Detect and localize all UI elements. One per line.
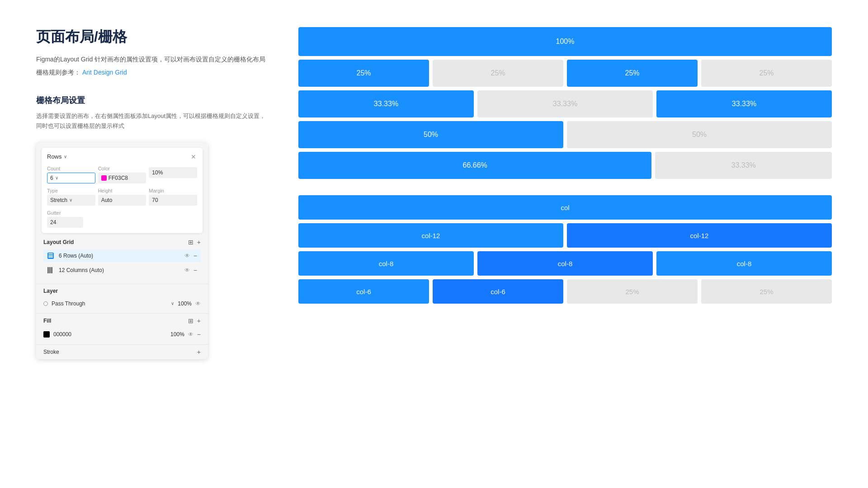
col-cell-8-2: col-8 [477, 251, 653, 276]
rows-close-button[interactable]: ✕ [190, 153, 197, 160]
stroke-add-icon[interactable]: + [197, 348, 201, 356]
color-swatch [101, 175, 107, 181]
type-value: Stretch [50, 197, 67, 203]
layer-visibility-icon[interactable]: 👁 [195, 300, 201, 307]
type-field-group: Type Stretch ∨ [47, 188, 95, 206]
fill-hex[interactable]: 000000 [53, 331, 167, 338]
col-25-3-label: 25% [625, 288, 639, 296]
spacer [298, 183, 832, 192]
rows-chevron-icon[interactable]: ∨ [64, 154, 67, 159]
cell-100: 100% [298, 27, 832, 56]
fill-color-swatch[interactable] [43, 331, 50, 338]
rows-fields: Count 6 ∨ Color FF03C8 [47, 166, 197, 183]
col-cell-6-2: col-6 [433, 279, 563, 304]
fill-add-icon[interactable]: + [197, 317, 201, 324]
grid-settings-icon[interactable]: ⊞ [188, 239, 193, 246]
grid-add-icon[interactable]: + [197, 239, 201, 246]
count-field-group: Count 6 ∨ [47, 166, 95, 183]
col-row-4: col-6 col-6 25% 25% [298, 279, 832, 304]
stroke-title: Stroke [43, 349, 59, 355]
gutter-group: Gutter 24 [47, 210, 197, 228]
grid-row-50: 50% 50% [298, 121, 832, 148]
cell-25-4-label: 25% [759, 69, 774, 77]
cols-visibility-icon[interactable]: 👁 [184, 267, 190, 273]
height-label: Height [98, 188, 146, 193]
page-reference: 栅格规则参考： Ant Design Grid [36, 69, 271, 77]
fill-remove-icon[interactable]: − [197, 331, 201, 338]
cell-50-2-label: 50% [692, 131, 707, 139]
type-input[interactable]: Stretch ∨ [47, 195, 95, 206]
opacity-value: 10% [152, 169, 163, 176]
ref-link[interactable]: Ant Design Grid [82, 69, 127, 76]
cell-33-3-label: 33.33% [732, 100, 756, 108]
col-cell-8-3: col-8 [656, 251, 832, 276]
ref-text: 栅格规则参考： [36, 69, 80, 76]
rows-item-controls: 👁 − [184, 252, 197, 259]
rows-line-3 [48, 257, 53, 258]
cell-25-3: 25% [567, 60, 698, 87]
rows-item-label: 6 Rows (Auto) [59, 253, 180, 259]
color-field-group: Color FF03C8 [98, 166, 146, 183]
cell-33-small: 33.33% [655, 152, 832, 179]
cell-33-small-label: 33.33% [731, 161, 756, 169]
page-description: Figma的Layout Grid 针对画布的属性设置项，可以对画布设置自定义的… [36, 54, 271, 64]
fill-header: Fill ⊞ + [43, 317, 201, 324]
rows-visibility-icon[interactable]: 👁 [184, 253, 190, 259]
layout-grid-header: Layout Grid ⊞ + [43, 239, 201, 246]
fill-settings-icon[interactable]: ⊞ [188, 317, 193, 324]
rows-title: Rows ∨ [47, 153, 67, 160]
grid-item-columns[interactable]: 12 Columns (Auto) 👁 − [43, 264, 201, 277]
section-title: 栅格布局设置 [36, 95, 271, 106]
cell-50-2: 50% [567, 121, 832, 148]
margin-input[interactable]: 70 [149, 195, 197, 206]
color-input[interactable]: FF03C8 [98, 173, 146, 183]
opacity-input[interactable]: 10% [149, 167, 197, 178]
cell-33-1: 33.33% [298, 90, 474, 117]
fill-row: 000000 100% 👁 − [43, 328, 201, 341]
col-label-full: col [561, 204, 569, 211]
cell-33-2: 33.33% [477, 90, 653, 117]
layer-title: Layer [43, 288, 58, 294]
cell-25-1: 25% [298, 60, 429, 87]
layout-grid-icons: ⊞ + [188, 239, 201, 246]
cols-icon-shape [47, 267, 54, 273]
grid-item-rows[interactable]: 6 Rows (Auto) 👁 − [43, 249, 201, 262]
height-input[interactable]: Auto [98, 195, 146, 206]
gutter-input[interactable]: 24 [47, 217, 83, 228]
cell-66-label: 66.66% [463, 161, 487, 169]
count-chevron-icon: ∨ [55, 175, 58, 180]
col-6-1-label: col-6 [356, 288, 371, 296]
cols-remove-icon[interactable]: − [193, 267, 197, 274]
col-line-2 [49, 267, 51, 273]
col-cell-12-1: col-12 [298, 223, 563, 248]
cell-25-1-label: 25% [356, 69, 371, 77]
cols-grid-icon [47, 267, 54, 274]
layer-opacity[interactable]: 100% [178, 300, 192, 307]
cell-33-2-label: 33.33% [553, 100, 577, 108]
col-cell-8-1: col-8 [298, 251, 474, 276]
col-cell-25-3: 25% [567, 279, 698, 304]
rows-line-1 [48, 253, 53, 254]
fill-visibility-icon[interactable]: 👁 [188, 331, 193, 338]
fill-opacity[interactable]: 100% [170, 331, 184, 338]
layout-grid-title: Layout Grid [43, 239, 74, 245]
blend-mode-radio[interactable] [43, 301, 48, 306]
grid-row-33: 33.33% 33.33% 33.33% [298, 90, 832, 117]
col-line-3 [51, 267, 52, 273]
cols-item-label: 12 Columns (Auto) [59, 267, 180, 273]
col-8-1-label: col-8 [379, 260, 394, 267]
layer-row: Pass Through ∨ 100% 👁 [43, 298, 201, 310]
count-input[interactable]: 6 ∨ [47, 173, 95, 183]
grid-row-25: 25% 25% 25% 25% [298, 60, 832, 87]
section-description: 选择需要设置的画布，在右侧属性面板添加Layout属性，可以根据栅格规则自定义设… [36, 111, 271, 131]
rows-grid-icon [47, 252, 54, 259]
height-field-group: Height Auto [98, 188, 146, 206]
blend-mode-chevron-icon[interactable]: ∨ [171, 301, 174, 306]
col-row-1: col [298, 195, 832, 220]
rows-remove-icon[interactable]: − [193, 252, 197, 259]
color-hex: FF03C8 [108, 175, 128, 181]
rows-panel: Rows ∨ ✕ Count 6 ∨ Color [42, 148, 203, 233]
blend-mode-label[interactable]: Pass Through [52, 300, 167, 307]
col-line-1 [47, 267, 49, 273]
page-title: 页面布局/栅格 [36, 27, 271, 47]
